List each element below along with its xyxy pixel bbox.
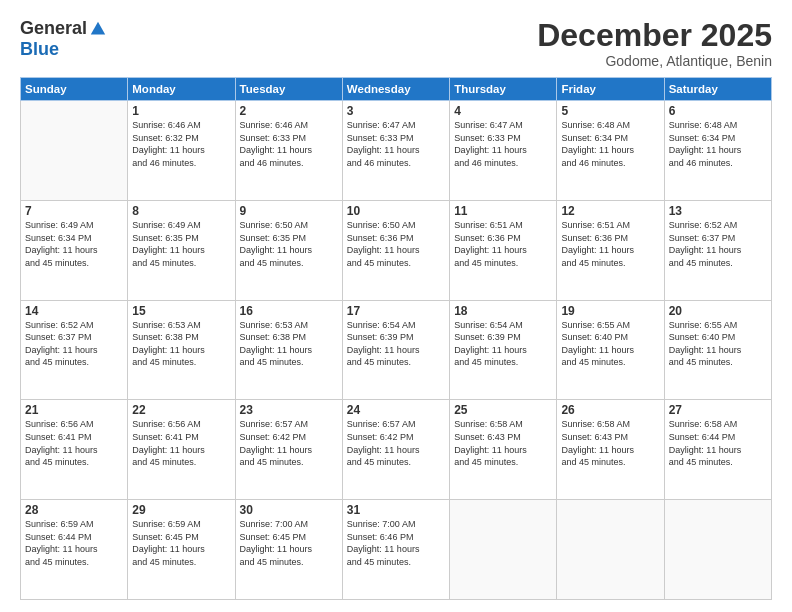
day-info-line: Sunrise: 7:00 AM [240,518,338,531]
day-info-line: Daylight: 11 hours [132,444,230,457]
day-info-line: and 45 minutes. [240,356,338,369]
header-saturday: Saturday [664,78,771,101]
day-cell: 11Sunrise: 6:51 AMSunset: 6:36 PMDayligh… [450,200,557,300]
day-info-line: Daylight: 11 hours [240,244,338,257]
day-info-line: Sunset: 6:38 PM [240,331,338,344]
day-info-line: Sunset: 6:35 PM [240,232,338,245]
day-cell: 6Sunrise: 6:48 AMSunset: 6:34 PMDaylight… [664,101,771,201]
day-number: 9 [240,204,338,218]
day-number: 20 [669,304,767,318]
day-info-line: and 45 minutes. [454,257,552,270]
day-cell: 5Sunrise: 6:48 AMSunset: 6:34 PMDaylight… [557,101,664,201]
day-cell: 14Sunrise: 6:52 AMSunset: 6:37 PMDayligh… [21,300,128,400]
day-cell: 8Sunrise: 6:49 AMSunset: 6:35 PMDaylight… [128,200,235,300]
logo-general-text: General [20,18,87,39]
day-info-line: Sunrise: 6:47 AM [347,119,445,132]
day-info-line: and 45 minutes. [132,356,230,369]
day-info-line: Daylight: 11 hours [454,244,552,257]
day-info-line: Sunrise: 6:49 AM [25,219,123,232]
day-info-line: Daylight: 11 hours [347,344,445,357]
header-friday: Friday [557,78,664,101]
day-info-line: Sunrise: 6:58 AM [454,418,552,431]
day-info-line: and 45 minutes. [132,456,230,469]
day-cell: 10Sunrise: 6:50 AMSunset: 6:36 PMDayligh… [342,200,449,300]
day-info-line: and 45 minutes. [347,456,445,469]
week-row-5: 28Sunrise: 6:59 AMSunset: 6:44 PMDayligh… [21,500,772,600]
day-cell: 16Sunrise: 6:53 AMSunset: 6:38 PMDayligh… [235,300,342,400]
day-number: 15 [132,304,230,318]
day-info-line: Sunrise: 6:51 AM [454,219,552,232]
day-info-line: and 45 minutes. [25,257,123,270]
day-info-line: Daylight: 11 hours [25,543,123,556]
week-row-2: 7Sunrise: 6:49 AMSunset: 6:34 PMDaylight… [21,200,772,300]
day-info-line: Sunset: 6:46 PM [347,531,445,544]
day-info-line: Sunset: 6:37 PM [669,232,767,245]
day-info-line: Sunset: 6:44 PM [25,531,123,544]
day-info-line: Daylight: 11 hours [454,144,552,157]
day-info-line: Sunrise: 6:50 AM [347,219,445,232]
day-cell: 13Sunrise: 6:52 AMSunset: 6:37 PMDayligh… [664,200,771,300]
day-cell: 9Sunrise: 6:50 AMSunset: 6:35 PMDaylight… [235,200,342,300]
day-info-line: Sunrise: 6:57 AM [240,418,338,431]
day-number: 8 [132,204,230,218]
day-info-line: Sunrise: 6:52 AM [669,219,767,232]
header-monday: Monday [128,78,235,101]
day-info-line: and 45 minutes. [669,257,767,270]
day-info-line: Sunrise: 6:58 AM [669,418,767,431]
day-info-line: and 45 minutes. [240,257,338,270]
day-cell: 15Sunrise: 6:53 AMSunset: 6:38 PMDayligh… [128,300,235,400]
day-info-line: Sunrise: 6:48 AM [561,119,659,132]
day-info-line: Sunset: 6:41 PM [132,431,230,444]
day-cell: 4Sunrise: 6:47 AMSunset: 6:33 PMDaylight… [450,101,557,201]
day-number: 22 [132,403,230,417]
day-number: 21 [25,403,123,417]
day-info-line: Sunrise: 6:56 AM [132,418,230,431]
logo: General Blue [20,18,107,60]
day-info-line: Sunset: 6:45 PM [132,531,230,544]
day-info-line: Sunset: 6:33 PM [240,132,338,145]
day-cell: 19Sunrise: 6:55 AMSunset: 6:40 PMDayligh… [557,300,664,400]
day-cell [21,101,128,201]
day-info-line: Sunrise: 6:48 AM [669,119,767,132]
day-info-line: Daylight: 11 hours [347,543,445,556]
day-cell: 1Sunrise: 6:46 AMSunset: 6:32 PMDaylight… [128,101,235,201]
logo-icon [89,20,107,38]
day-number: 6 [669,104,767,118]
day-info-line: Daylight: 11 hours [132,244,230,257]
day-info-line: and 46 minutes. [347,157,445,170]
day-info-line: Sunset: 6:36 PM [561,232,659,245]
day-cell [557,500,664,600]
day-info-line: and 45 minutes. [132,556,230,569]
header-thursday: Thursday [450,78,557,101]
day-number: 26 [561,403,659,417]
day-info-line: Daylight: 11 hours [669,444,767,457]
day-info-line: Sunrise: 6:57 AM [347,418,445,431]
day-info-line: Sunrise: 6:59 AM [132,518,230,531]
day-info-line: Sunrise: 6:55 AM [669,319,767,332]
day-info-line: Daylight: 11 hours [669,344,767,357]
day-info-line: Sunrise: 6:47 AM [454,119,552,132]
day-number: 19 [561,304,659,318]
day-number: 27 [669,403,767,417]
day-cell: 28Sunrise: 6:59 AMSunset: 6:44 PMDayligh… [21,500,128,600]
day-cell: 2Sunrise: 6:46 AMSunset: 6:33 PMDaylight… [235,101,342,201]
header-tuesday: Tuesday [235,78,342,101]
day-info-line: Daylight: 11 hours [347,244,445,257]
day-info-line: Sunrise: 6:46 AM [240,119,338,132]
day-info-line: and 45 minutes. [132,257,230,270]
day-cell: 3Sunrise: 6:47 AMSunset: 6:33 PMDaylight… [342,101,449,201]
location-subtitle: Godome, Atlantique, Benin [537,53,772,69]
day-info-line: Sunrise: 6:53 AM [240,319,338,332]
day-info-line: Sunset: 6:36 PM [454,232,552,245]
day-cell: 24Sunrise: 6:57 AMSunset: 6:42 PMDayligh… [342,400,449,500]
day-cell [450,500,557,600]
week-row-4: 21Sunrise: 6:56 AMSunset: 6:41 PMDayligh… [21,400,772,500]
day-info-line: Sunset: 6:42 PM [240,431,338,444]
day-info-line: and 46 minutes. [454,157,552,170]
day-number: 3 [347,104,445,118]
day-cell: 17Sunrise: 6:54 AMSunset: 6:39 PMDayligh… [342,300,449,400]
day-info-line: Sunrise: 7:00 AM [347,518,445,531]
day-number: 1 [132,104,230,118]
header-sunday: Sunday [21,78,128,101]
day-info-line: Sunset: 6:38 PM [132,331,230,344]
